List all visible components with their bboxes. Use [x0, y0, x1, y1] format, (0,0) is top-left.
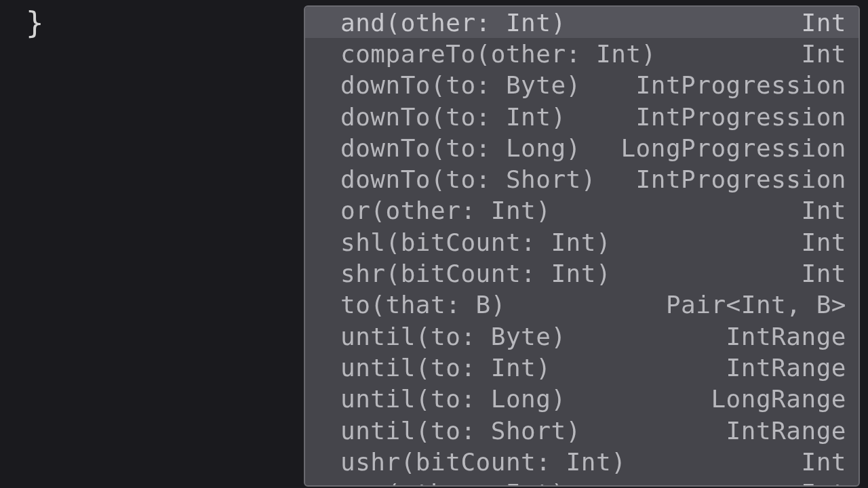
completion-item[interactable]: downTo(to: Byte)IntProgression — [305, 70, 859, 101]
completion-signature: and(other: Int) — [340, 9, 566, 37]
completion-return-type: Int — [801, 260, 846, 287]
completion-item[interactable]: downTo(to: Int)IntProgression — [305, 101, 859, 132]
completion-return-type: Int — [801, 197, 846, 224]
completion-signature: to(that: B) — [340, 291, 506, 319]
completion-signature: downTo(to: Short) — [340, 165, 596, 193]
completion-signature: until(to: Long) — [340, 385, 566, 413]
completion-return-type: Int — [801, 9, 846, 37]
editor-pane[interactable]: } and(other: Int)IntcompareTo(other: Int… — [0, 0, 868, 488]
completion-return-type: Int — [801, 448, 846, 476]
completion-signature: shr(bitCount: Int) — [340, 260, 611, 287]
completion-signature: downTo(to: Int) — [340, 103, 566, 131]
completion-return-type: Int — [801, 228, 846, 256]
completion-item[interactable]: shl(bitCount: Int)Int — [305, 226, 859, 258]
completion-signature: downTo(to: Byte) — [340, 71, 581, 99]
completion-item[interactable]: to(that: B)Pair<Int, B> — [305, 289, 859, 321]
completion-return-type: LongProgression — [620, 134, 846, 162]
completion-item[interactable]: until(to: Short)IntRange — [305, 415, 859, 446]
completion-return-type: Pair<Int, B> — [666, 291, 846, 319]
completion-signature: shl(bitCount: Int) — [340, 228, 611, 256]
completion-return-type: IntProgression — [636, 165, 846, 193]
completion-item[interactable]: compareTo(other: Int)Int — [305, 38, 859, 69]
completion-signature: downTo(to: Long) — [340, 134, 581, 162]
completion-return-type: Int — [801, 479, 846, 487]
code-completion-popup: and(other: Int)IntcompareTo(other: Int)I… — [304, 5, 860, 487]
completion-item[interactable]: until(to: Int)IntRange — [305, 352, 859, 383]
completion-signature: until(to: Byte) — [340, 323, 566, 350]
completion-return-type: IntRange — [726, 354, 846, 382]
completion-item[interactable]: until(to: Byte)IntRange — [305, 321, 859, 352]
completion-return-type: IntProgression — [636, 103, 846, 131]
completion-item[interactable]: and(other: Int)Int — [305, 7, 859, 38]
completion-return-type: IntRange — [726, 417, 846, 445]
completion-item[interactable]: until(to: Long)LongRange — [305, 384, 859, 415]
completion-item[interactable]: xor(other: Int)Int — [305, 477, 859, 487]
completion-signature: or(other: Int) — [340, 197, 551, 224]
completion-item[interactable]: or(other: Int)Int — [305, 195, 859, 226]
completion-signature: ushr(bitCount: Int) — [340, 448, 626, 476]
completion-item[interactable]: downTo(to: Long)LongProgression — [305, 132, 859, 163]
completion-return-type: IntRange — [726, 323, 846, 350]
completion-item[interactable]: ushr(bitCount: Int)Int — [305, 446, 859, 477]
completion-list: and(other: Int)IntcompareTo(other: Int)I… — [305, 7, 859, 487]
completion-item[interactable]: downTo(to: Short)IntProgression — [305, 163, 859, 195]
completion-return-type: Int — [801, 40, 846, 68]
completion-signature: compareTo(other: Int) — [340, 40, 656, 68]
completion-return-type: LongRange — [711, 385, 846, 413]
completion-signature: xor(other: Int) — [340, 479, 566, 487]
completion-signature: until(to: Short) — [340, 417, 581, 445]
completion-return-type: IntProgression — [636, 71, 846, 99]
completion-item[interactable]: shr(bitCount: Int)Int — [305, 258, 859, 289]
completion-signature: until(to: Int) — [340, 354, 551, 382]
code-snippet: } — [26, 5, 44, 40]
